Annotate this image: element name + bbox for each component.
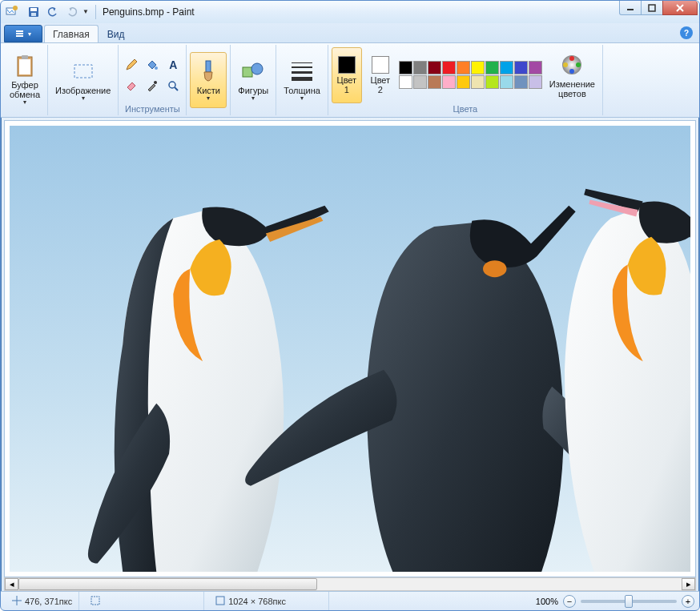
horizontal-scrollbar[interactable]: ◂ ▸ [4, 577, 696, 591]
svg-rect-6 [649, 5, 655, 11]
group-image: Изображение ▾ [48, 45, 119, 115]
palette-swatch[interactable] [500, 61, 513, 74]
color1-label: Цвет 1 [337, 75, 357, 94]
scroll-track[interactable] [18, 578, 682, 590]
zoom-in-button[interactable]: + [682, 595, 694, 608]
palette-swatch[interactable] [442, 61, 456, 74]
colors-group-label: Цвета [453, 103, 478, 114]
palette-swatch[interactable] [529, 75, 542, 89]
palette-swatch[interactable] [399, 75, 412, 89]
app-icon [6, 5, 18, 19]
pencil-tool[interactable] [122, 55, 141, 74]
scroll-left-button[interactable]: ◂ [5, 578, 18, 590]
scroll-right-button[interactable]: ▸ [682, 578, 695, 590]
palette-swatch[interactable] [428, 75, 441, 89]
clipboard-label: Буфер обмена [10, 80, 40, 99]
palette-swatch[interactable] [485, 61, 499, 74]
svg-rect-9 [16, 35, 23, 37]
clipboard-icon [12, 54, 38, 78]
svg-rect-18 [206, 61, 211, 72]
selection-icon [91, 596, 100, 607]
color2-button[interactable]: Цвет 2 [365, 47, 396, 103]
select-icon [70, 58, 96, 84]
svg-point-22 [569, 56, 574, 61]
save-button[interactable] [25, 3, 42, 21]
close-button[interactable] [662, 1, 698, 15]
selection-size [84, 592, 204, 610]
palette-swatch[interactable] [457, 75, 470, 89]
svg-point-23 [576, 62, 581, 67]
group-size: Толщина ▾ [276, 45, 328, 115]
palette-swatch[interactable] [399, 61, 412, 74]
quick-access-toolbar: ▼ [25, 3, 89, 21]
palette-swatch[interactable] [457, 61, 470, 74]
edit-colors-label: Изменение цветов [549, 79, 595, 98]
canvas-image [10, 126, 690, 572]
group-brushes: Кисти ▾ [187, 45, 231, 115]
svg-line-17 [175, 87, 178, 90]
palette-swatch[interactable] [529, 61, 542, 74]
color-palette [399, 61, 542, 89]
zoom-slider[interactable] [581, 600, 677, 603]
redo-button[interactable] [63, 3, 81, 21]
group-tools: A Инструменты [119, 45, 187, 115]
fill-tool[interactable] [143, 55, 162, 74]
palette-swatch[interactable] [500, 75, 513, 89]
svg-rect-30 [91, 597, 99, 605]
palette-swatch[interactable] [514, 75, 528, 89]
svg-point-14 [155, 66, 158, 70]
edit-colors-icon [559, 52, 585, 78]
select-button[interactable]: Изображение ▾ [51, 52, 115, 108]
clipboard-button[interactable]: Буфер обмена ▾ [6, 52, 44, 108]
zoom-level: 100% [536, 597, 558, 606]
palette-swatch[interactable] [471, 61, 485, 74]
zoom-out-button[interactable]: − [563, 595, 576, 608]
shapes-button[interactable]: Фигуры ▾ [234, 52, 272, 108]
svg-point-1 [13, 6, 18, 10]
palette-swatch[interactable] [485, 75, 499, 89]
color1-button[interactable]: Цвет 1 [332, 47, 362, 103]
group-colors: Цвет 1 Цвет 2 Изменение цветов Цвета [328, 45, 603, 115]
ribbon-tabs: ▾ Главная Вид ? [1, 23, 699, 42]
size-icon [289, 58, 315, 84]
shapes-icon [240, 58, 266, 84]
tab-view[interactable]: Вид [99, 25, 134, 42]
canvas-area[interactable] [4, 120, 696, 577]
palette-swatch[interactable] [471, 75, 485, 89]
text-tool[interactable]: A [163, 55, 183, 74]
color-picker-tool[interactable] [143, 76, 162, 95]
undo-button[interactable] [44, 3, 62, 21]
help-button[interactable]: ? [680, 26, 693, 39]
palette-swatch[interactable] [514, 61, 528, 74]
svg-point-24 [569, 69, 574, 74]
brush-icon [195, 58, 221, 84]
svg-rect-3 [30, 8, 37, 11]
zoom-thumb[interactable] [625, 595, 633, 608]
svg-point-20 [251, 63, 263, 74]
svg-point-27 [483, 260, 506, 277]
color1-swatch [338, 56, 356, 74]
scroll-thumb[interactable] [18, 578, 317, 590]
minimize-button[interactable] [619, 1, 642, 15]
eraser-tool[interactable] [122, 76, 141, 95]
tools-label: Инструменты [125, 103, 180, 114]
palette-swatch[interactable] [413, 61, 427, 74]
magnifier-tool[interactable] [163, 76, 183, 95]
palette-swatch[interactable] [428, 61, 441, 74]
size-button[interactable]: Толщина ▾ [280, 52, 324, 108]
tab-home[interactable]: Главная [44, 25, 99, 42]
maximize-button[interactable] [641, 1, 663, 15]
color2-swatch [372, 56, 389, 74]
palette-swatch[interactable] [442, 75, 456, 89]
size-icon [215, 596, 225, 607]
file-menu-button[interactable]: ▾ [4, 25, 42, 42]
color2-label: Цвет 2 [371, 75, 391, 94]
edit-colors-button[interactable]: Изменение цветов [545, 47, 599, 103]
svg-rect-12 [22, 55, 28, 59]
qat-customize-icon[interactable]: ▼ [82, 8, 89, 15]
svg-point-25 [563, 62, 568, 67]
svg-rect-19 [243, 67, 252, 77]
brushes-button[interactable]: Кисти ▾ [190, 52, 227, 108]
palette-swatch[interactable] [413, 75, 427, 89]
svg-rect-7 [16, 30, 23, 32]
